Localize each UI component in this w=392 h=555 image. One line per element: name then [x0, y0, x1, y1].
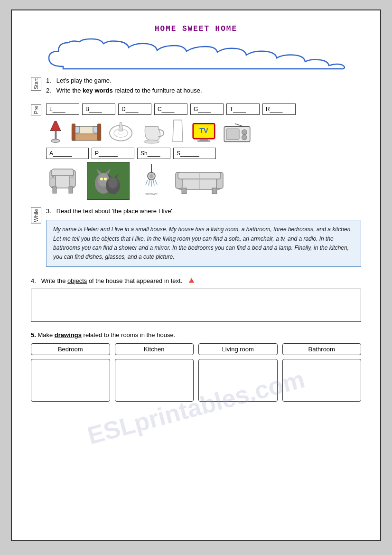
task5-instruction: 5. Make drawings related to the rooms in… — [31, 331, 361, 339]
drawing-box-kitchen[interactable] — [115, 359, 194, 402]
word-box-d[interactable]: D____ — [118, 103, 151, 115]
svg-rect-27 — [52, 169, 74, 176]
lamp-image — [46, 118, 65, 144]
word-boxes-row2: A______ P______ Sh____ S______ — [46, 148, 361, 159]
start-content: 1. Let's play the game. 2. Write the key… — [46, 76, 361, 100]
while-tag: While — [31, 207, 41, 224]
svg-line-23 — [235, 123, 243, 126]
svg-line-52 — [155, 180, 157, 185]
svg-rect-59 — [182, 188, 187, 194]
svg-rect-29 — [69, 187, 73, 193]
word-box-t[interactable]: T____ — [226, 103, 260, 115]
worksheet-page: ESLprintables.com HOME SWEET HOME Start … — [11, 9, 381, 541]
svg-rect-28 — [53, 187, 56, 193]
svg-text:TV: TV — [199, 127, 208, 134]
svg-point-39 — [100, 178, 103, 180]
svg-point-47 — [149, 174, 153, 178]
tv-image: TV — [191, 120, 217, 144]
cup-image — [139, 120, 165, 144]
word-box-b[interactable]: B____ — [82, 103, 115, 115]
reading-text: My name is Helen and I live in a small h… — [46, 220, 361, 267]
svg-line-48 — [146, 180, 148, 185]
drawing-box-bedroom[interactable] — [31, 359, 110, 402]
room-living-room: Living room — [198, 343, 278, 355]
svg-rect-18 — [197, 140, 210, 141]
word-box-c[interactable]: C____ — [154, 103, 187, 115]
pre-content: L____ B____ D____ C____ G____ T____ R___… — [46, 103, 361, 205]
rooms-labels-row: Bedroom Kitchen Living room Bathroom — [31, 343, 361, 355]
word-box-r[interactable]: R____ — [262, 103, 296, 115]
word-box-s[interactable]: S______ — [173, 148, 216, 159]
svg-rect-7 — [72, 124, 75, 141]
svg-line-51 — [153, 180, 154, 186]
images-row1: TV — [46, 118, 361, 144]
svg-rect-60 — [212, 188, 217, 194]
svg-point-42 — [108, 177, 118, 188]
svg-marker-12 — [119, 122, 123, 131]
images-row2: shower — [46, 162, 361, 200]
word-box-a[interactable]: A______ — [46, 148, 89, 159]
while-section: While 3. Read the text about 'the place … — [31, 207, 361, 272]
word-box-sh[interactable]: Sh____ — [137, 148, 170, 159]
svg-point-13 — [144, 140, 159, 143]
svg-marker-0 — [50, 121, 61, 131]
drawing-boxes-row — [31, 359, 361, 402]
pre-section: Pre L____ B____ D____ C____ G____ T____ … — [31, 103, 361, 205]
cat-photo — [87, 162, 130, 200]
svg-rect-17 — [199, 139, 208, 141]
cloud-decoration — [35, 38, 357, 71]
task4: 4. Write the objects of the house that a… — [31, 275, 361, 286]
start-tag: Start — [31, 77, 41, 91]
word-boxes-row1: L____ B____ D____ C____ G____ T____ R___… — [46, 103, 361, 115]
shower-image: shower — [137, 162, 166, 198]
dish-image — [108, 120, 134, 144]
word-box-g[interactable]: G____ — [190, 103, 224, 115]
task4-keyword: objects — [67, 277, 87, 284]
task4-label: 4. Write the objects of the house that a… — [31, 277, 182, 284]
page-title: HOME SWEET HOME — [31, 25, 361, 33]
svg-rect-8 — [98, 124, 101, 141]
svg-point-11 — [118, 131, 123, 134]
sofa-image — [173, 162, 225, 195]
word-box-p[interactable]: P______ — [92, 148, 134, 159]
instruction-1: 1. Let's play the game. — [46, 76, 361, 86]
drawing-box-living-room[interactable] — [198, 359, 278, 402]
start-instructions: 1. Let's play the game. 2. Write the key… — [46, 76, 361, 96]
svg-point-2 — [51, 139, 60, 142]
room-kitchen: Kitchen — [115, 343, 194, 355]
svg-point-40 — [104, 178, 107, 180]
room-bedroom: Bedroom — [31, 343, 110, 355]
armchair-image — [46, 162, 79, 195]
svg-line-49 — [149, 180, 149, 186]
arrow-icon: 🔺 — [186, 275, 196, 286]
while-content: 3. Read the text about 'the place where … — [46, 207, 361, 272]
room-bathroom: Bathroom — [282, 343, 362, 355]
radio-image — [222, 120, 252, 144]
svg-point-21 — [242, 130, 247, 135]
glass-image — [169, 118, 186, 144]
bed-image — [70, 120, 103, 144]
answer-box[interactable] — [31, 289, 361, 322]
drawing-box-bathroom[interactable] — [282, 359, 362, 402]
instruction-2: 2. Write the key words related to the fu… — [46, 86, 361, 96]
pre-tag: Pre — [31, 104, 41, 115]
svg-point-22 — [242, 135, 247, 140]
word-box-l[interactable]: L____ — [46, 103, 79, 115]
svg-rect-20 — [226, 129, 239, 140]
svg-rect-3 — [72, 133, 101, 141]
svg-text:shower: shower — [145, 192, 158, 196]
start-section: Start 1. Let's play the game. 2. Write t… — [31, 76, 361, 100]
task3-instruction: 3. Read the text about 'the place where … — [46, 207, 361, 216]
